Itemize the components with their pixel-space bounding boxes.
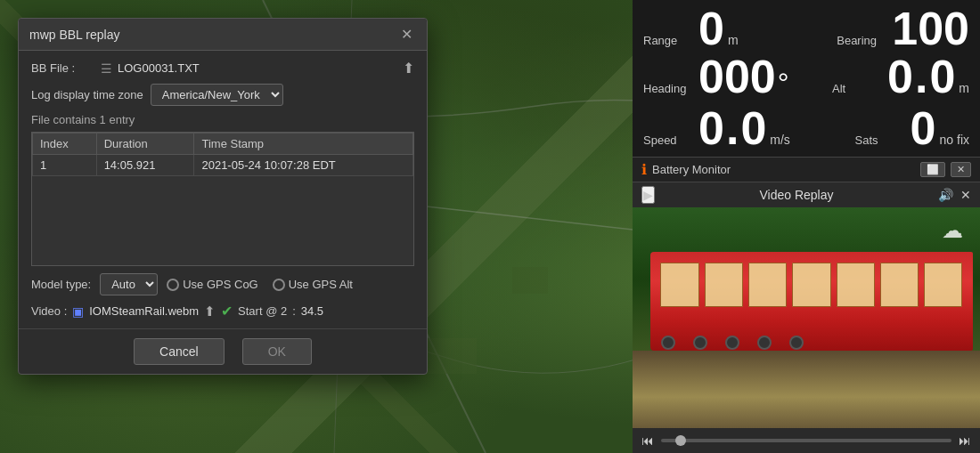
- bb-file-row: BB File : ☰ LOG00031.TXT ⬆: [31, 60, 414, 77]
- bearing-label: Bearing: [837, 34, 890, 47]
- video-play-button[interactable]: ▶: [641, 186, 655, 204]
- bbl-replay-dialog: mwp BBL replay ✕ BB File : ☰ LOG00031.TX…: [18, 18, 428, 375]
- bb-file-label: BB File :: [31, 61, 94, 75]
- train-window-6: [880, 263, 919, 307]
- cell-timestamp: 2021-05-24 10:07:28 EDT: [194, 155, 413, 176]
- video-row: Video : ▣ IOMSteamRail.webm ⬆ ✔ Start @ …: [31, 303, 414, 320]
- speed-label: Speed: [643, 133, 697, 147]
- battery-close-button[interactable]: ✕: [951, 162, 971, 177]
- video-volume-button[interactable]: 🔊: [938, 188, 953, 202]
- sats-value: 0: [911, 105, 936, 151]
- range-unit: m: [728, 33, 739, 47]
- col-header-timestamp: Time Stamp: [194, 133, 413, 155]
- range-group: Range 0 m: [643, 5, 739, 52]
- wheel-4: [757, 336, 772, 350]
- cell-index: 1: [33, 155, 97, 176]
- entries-table: Index Duration Time Stamp 1 14:05.921 20…: [32, 133, 413, 176]
- gps-cog-label: Use GPS CoG: [183, 278, 258, 291]
- video-header: ▶ Video Replay 🔊 ✕: [633, 182, 980, 207]
- wheel-1: [661, 336, 675, 350]
- battery-expand-button[interactable]: ⬜: [920, 162, 945, 177]
- train-window-4: [792, 263, 830, 307]
- speed-value-dec: 0: [740, 105, 766, 151]
- speed-unit: m/s: [770, 133, 790, 147]
- video-controls: ⏮ ⏭: [633, 428, 980, 453]
- train-window-5: [837, 263, 875, 307]
- menu-icon: ☰: [101, 61, 112, 76]
- gps-alt-radio[interactable]: [273, 279, 285, 291]
- bb-file-name: LOG00031.TXT: [118, 61, 200, 75]
- timezone-row: Log display time zone America/New_York: [31, 84, 414, 106]
- video-file-icon: ▣: [72, 304, 84, 319]
- battery-info-icon: ℹ: [641, 161, 647, 178]
- gps-alt-option[interactable]: Use GPS Alt: [273, 278, 353, 291]
- entries-label: File contains 1 entry: [31, 113, 414, 126]
- video-thumbnail: ☁: [633, 207, 980, 428]
- gps-cog-option[interactable]: Use GPS CoG: [167, 278, 258, 291]
- alt-unit: m: [959, 81, 969, 95]
- dialog-footer: Cancel OK: [19, 328, 427, 374]
- dialog-overlay: mwp BBL replay ✕ BB File : ☰ LOG00031.TX…: [0, 0, 633, 453]
- degree-symbol: °: [778, 67, 789, 100]
- alt-group: Alt 0 . 0 m: [832, 53, 969, 100]
- gps-cog-radio[interactable]: [167, 279, 179, 291]
- timezone-label: Log display time zone: [31, 88, 143, 101]
- start-label: Start @ 2: [238, 304, 287, 318]
- skip-back-button[interactable]: ⏮: [641, 433, 654, 448]
- speed-sats-row: Speed 0 . 0 m/s Sats 0 no fix: [633, 103, 980, 157]
- speed-value-whole: 0: [698, 105, 724, 151]
- col-header-index: Index: [33, 133, 97, 155]
- cell-duration: 14:05.921: [96, 155, 194, 176]
- dialog-title: mwp BBL replay: [29, 28, 119, 42]
- train-windows: [660, 263, 962, 307]
- table-row[interactable]: 1 14:05.921 2021-05-24 10:07:28 EDT: [33, 155, 413, 176]
- train-wheels: [643, 336, 980, 362]
- video-upload-button[interactable]: ⬆: [204, 303, 216, 320]
- colon-separator: :: [292, 304, 296, 318]
- video-close-button[interactable]: ✕: [960, 188, 971, 202]
- train-window-2: [705, 263, 743, 307]
- heading-alt-row: Heading 000 ° Alt 0 . 0 m: [633, 53, 980, 103]
- video-frame: ☁: [633, 207, 980, 428]
- alt-value-dec: 0: [929, 53, 955, 100]
- wheel-2: [693, 336, 707, 350]
- col-header-duration: Duration: [96, 133, 194, 155]
- check-icon: ✔: [221, 303, 233, 320]
- speed-dot: .: [726, 105, 739, 151]
- progress-track[interactable]: [661, 439, 951, 442]
- timezone-select[interactable]: America/New_York: [151, 84, 283, 106]
- bearing-group: Bearing 100: [837, 5, 969, 52]
- dialog-title-bar: mwp BBL replay ✕: [19, 19, 427, 51]
- start-value: 34.5: [301, 304, 323, 318]
- gps-alt-label: Use GPS Alt: [289, 278, 353, 291]
- range-value: 0: [698, 5, 724, 52]
- alt-value-whole: 0: [887, 53, 913, 100]
- train-window-7: [924, 263, 962, 307]
- gps-options: Use GPS CoG Use GPS Alt: [167, 278, 353, 291]
- range-label: Range: [643, 34, 697, 47]
- bearing-value: 100: [892, 5, 969, 52]
- ok-button[interactable]: OK: [242, 338, 312, 365]
- progress-thumb[interactable]: [675, 435, 686, 446]
- wheel-5: [789, 336, 804, 350]
- hud-panel: Range 0 m Bearing 100 Heading 000 ° Alt …: [633, 0, 980, 453]
- sats-group: Sats 0 no fix: [855, 105, 969, 151]
- steam-cloud: ☁: [942, 218, 963, 243]
- speed-group: Speed 0 . 0 m/s: [643, 105, 790, 151]
- battery-monitor-bar: ℹ Battery Monitor ⬜ ✕: [633, 157, 980, 182]
- battery-label: Battery Monitor: [652, 163, 915, 176]
- dialog-close-button[interactable]: ✕: [397, 26, 416, 43]
- video-section: ▶ Video Replay 🔊 ✕: [633, 182, 980, 453]
- heading-value: 000: [698, 53, 776, 100]
- skip-forward-button[interactable]: ⏭: [959, 433, 971, 448]
- heading-group: Heading 000 °: [643, 53, 789, 100]
- dialog-body: BB File : ☰ LOG00031.TXT ⬆ Log display t…: [19, 51, 427, 328]
- alt-dot: .: [915, 53, 927, 100]
- empty-table-area: [32, 176, 413, 265]
- bb-upload-button[interactable]: ⬆: [403, 60, 414, 77]
- alt-label: Alt: [832, 82, 886, 95]
- video-title: Video Replay: [662, 188, 931, 202]
- cancel-button[interactable]: Cancel: [134, 338, 225, 365]
- video-label: Video :: [31, 304, 67, 318]
- model-type-select[interactable]: Auto: [100, 273, 158, 295]
